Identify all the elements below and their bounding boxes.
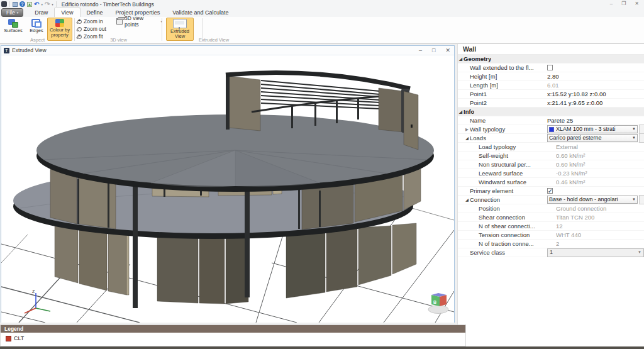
loads-browse-button[interactable]	[639, 133, 644, 143]
section-geometry[interactable]: Geometry	[458, 55, 644, 64]
property-row-connection: ConnectionBase - hold down - angolari▼	[458, 196, 644, 204]
pergola-rafters	[261, 80, 380, 109]
expander-icon[interactable]	[458, 108, 464, 116]
redo-dropdown-icon[interactable]: ▾	[52, 3, 53, 6]
wall-panel	[379, 88, 404, 132]
extruded-view-icon	[173, 19, 187, 28]
property-label: Self-weight	[479, 152, 508, 160]
ribbon-tab-row: File▾ DrawViewDefineProject propertiesVa…	[0, 8, 644, 17]
ribbon: Surfaces Edges Colour by property Aspect…	[0, 17, 644, 44]
extruded-view-button[interactable]: Extruded View	[166, 18, 194, 41]
tab-view[interactable]: View	[54, 8, 80, 17]
property-label: Wall typology	[470, 125, 505, 133]
property-row-wall-typology: Wall typologyXLAM 100 mm - 3 strati▼	[458, 125, 644, 134]
name-value[interactable]: Parete 25	[547, 116, 573, 125]
column	[291, 106, 293, 128]
height-m-value[interactable]: 2.80	[547, 72, 559, 80]
wall-typology-dropdown[interactable]: XLAM 100 mm - 3 strati▼	[547, 125, 638, 133]
undo-icon[interactable]: ↶	[34, 1, 39, 8]
connection-browse-button[interactable]	[639, 195, 644, 204]
undo-dropdown-icon[interactable]: ▾	[41, 3, 43, 6]
property-row-point2: Point2x:21.41 y:9.65 z:0.00	[458, 99, 644, 108]
section-info[interactable]: Info	[458, 108, 644, 116]
wall-panel	[78, 177, 116, 229]
3d-view-points-button[interactable]: 3D view points ▾	[114, 18, 162, 25]
tab-draw[interactable]: Draw	[28, 8, 54, 17]
expander-icon[interactable]	[458, 55, 464, 63]
wall-panel	[302, 184, 353, 230]
property-grid: GeometryWall extended to the fl...Height…	[458, 55, 644, 257]
titlebar: ? ↶ ▾ ↷ ▾ Edificio rotondo - TimberTech …	[0, 0, 644, 8]
loads-dropdown[interactable]: Carico pareti esterne▼	[547, 134, 638, 142]
wall-panel	[404, 91, 418, 150]
property-row-non-structural-per: Non structural per...0.60 kN/m²	[458, 160, 644, 169]
shear-connection-value: Titan TCN 200	[556, 213, 594, 221]
wall-extended-to-the-fl-checkbox[interactable]	[547, 65, 553, 70]
edges-icon	[31, 19, 42, 28]
point1-value[interactable]: x:15.52 y:10.82 z:0.00	[547, 90, 606, 98]
restore-button[interactable]: ❐	[621, 1, 626, 6]
help-icon[interactable]: ?	[19, 1, 25, 7]
quick-access-toolbar: ? ↶ ▾ ↷ ▾	[1, 1, 57, 8]
property-label: Shear connection	[479, 213, 525, 221]
column	[314, 103, 316, 126]
file-menu-button[interactable]: File▾	[1, 8, 23, 17]
property-row-n-of-shear-connecti: N of shear connecti...12	[458, 222, 644, 231]
group-separator	[202, 18, 203, 41]
legend-header[interactable]: Legend	[1, 325, 465, 333]
point2-value[interactable]: x:21.41 y:9.65 z:0.00	[547, 99, 602, 107]
property-label: Point2	[470, 99, 487, 107]
expander-icon[interactable]	[464, 125, 470, 133]
property-label: Point1	[470, 90, 487, 98]
wall-panel	[199, 231, 225, 304]
3d-viewport[interactable]: Z B	[1, 55, 454, 323]
close-button[interactable]: ✕	[635, 1, 639, 6]
connection-dropdown[interactable]: Base - hold down - angolari▼	[547, 196, 638, 204]
n-of-traction-conne-value: 2	[556, 240, 559, 248]
property-label: Windward surface	[479, 178, 526, 186]
extruded-view-titlebar[interactable]: T Extruded View – □ ✕	[1, 46, 454, 55]
property-label: Primary element	[470, 187, 513, 195]
import-icon[interactable]	[27, 2, 32, 7]
workspace: T Extruded View – □ ✕	[0, 44, 644, 349]
chevron-down-icon: ▼	[632, 134, 636, 142]
zoom-out-icon: −	[77, 27, 82, 31]
extruded-view-title: Extruded View	[12, 47, 47, 53]
load-typology-value: External	[556, 143, 578, 151]
view-maximize-button[interactable]: □	[432, 47, 435, 53]
legend-panel: Legend CLT	[0, 324, 466, 346]
view-minimize-button[interactable]: –	[419, 47, 422, 53]
service-class-dropdown[interactable]: 1▼	[547, 248, 644, 257]
wall-panel	[108, 226, 126, 295]
dropdown-value: XLAM 100 mm - 3 strati	[556, 125, 630, 133]
tab-define[interactable]: Define	[80, 8, 109, 17]
property-row-leeward-surface: Leeward surface-0.23 kN/m²	[458, 169, 644, 178]
primary-element-checkbox[interactable]	[547, 188, 553, 194]
expander-icon[interactable]	[464, 196, 470, 204]
property-row-loads: LoadsCarico pareti esterne▼	[458, 134, 644, 143]
view-close-button[interactable]: ✕	[445, 47, 450, 53]
property-label: Service class	[470, 248, 505, 257]
property-row-primary-element: Primary element	[458, 187, 644, 196]
property-label: N of shear connecti...	[479, 222, 535, 230]
chevron-down-icon: ▼	[632, 196, 636, 204]
legend-body: CLT	[1, 333, 465, 341]
column	[336, 101, 338, 123]
zoom-in-button[interactable]: + Zoom in	[75, 18, 106, 25]
zoom-out-button[interactable]: − Zoom out	[75, 25, 106, 33]
minimize-button[interactable]: –	[610, 1, 613, 6]
tab-validate-and-calculate[interactable]: Validate and Calculate	[166, 8, 235, 17]
property-row-n-of-traction-conne: N of traction conne...2	[458, 240, 644, 248]
property-label: Height [m]	[470, 72, 497, 80]
wall-panel	[157, 230, 198, 303]
chevron-down-icon: ▾	[17, 9, 19, 16]
property-label: Leeward surface	[479, 169, 523, 177]
property-row-position: PositionGround connection	[458, 204, 644, 213]
wall-typology-browse-button[interactable]	[639, 125, 644, 134]
app-icon[interactable]	[1, 1, 7, 7]
property-label: Wall extended to the fl...	[470, 64, 534, 72]
expander-icon[interactable]	[464, 134, 470, 142]
navigation-cube[interactable]: B	[428, 293, 448, 314]
save-icon[interactable]	[13, 2, 18, 7]
group-label-3d-view: 3D view	[75, 37, 162, 43]
